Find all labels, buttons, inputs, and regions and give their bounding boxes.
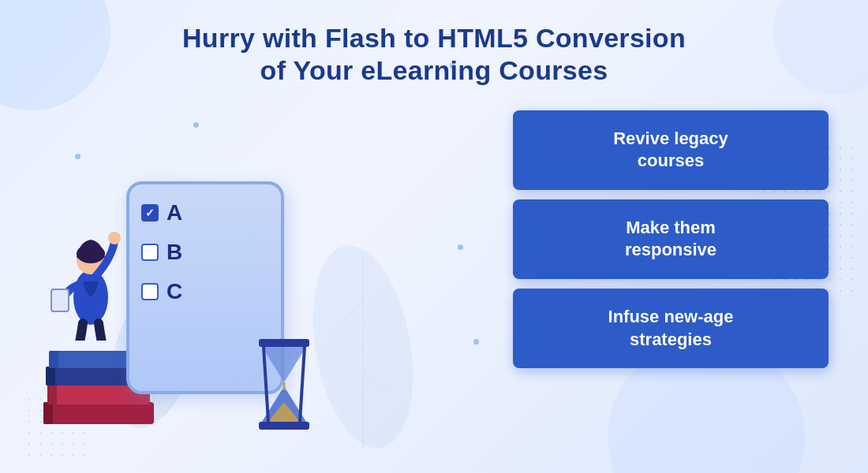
svg-rect-12 xyxy=(43,402,154,424)
quiz-label-b: B xyxy=(166,240,182,265)
main-content: A B C xyxy=(0,102,868,457)
feature-label-revive: Revive legacycourses xyxy=(613,128,728,173)
svg-rect-20 xyxy=(259,339,309,347)
quiz-label-a: A xyxy=(166,200,182,225)
features-panel: Revive legacycourses Make themresponsive… xyxy=(481,102,844,369)
svg-rect-15 xyxy=(47,384,57,404)
svg-line-23 xyxy=(264,347,268,422)
svg-line-24 xyxy=(300,347,305,422)
person-figure xyxy=(47,167,134,341)
quiz-item-a: A xyxy=(141,200,269,225)
checkbox-a xyxy=(141,204,159,222)
feature-box-responsive: Make themresponsive xyxy=(513,199,829,279)
quiz-item-c: C xyxy=(141,279,269,304)
checkbox-c xyxy=(141,283,159,300)
feature-box-strategies: Infuse new-agestrategies xyxy=(513,289,829,368)
page-title: Hurry with Flash to HTML5 Conversion of … xyxy=(63,22,805,87)
svg-point-28 xyxy=(108,232,121,244)
svg-rect-13 xyxy=(43,402,53,424)
illustration-area: A B C xyxy=(24,102,481,457)
page-header: Hurry with Flash to HTML5 Conversion of … xyxy=(0,0,868,102)
quiz-label-c: C xyxy=(166,279,182,304)
svg-rect-21 xyxy=(259,422,309,430)
svg-point-27 xyxy=(77,244,105,263)
hourglass xyxy=(253,339,316,430)
feature-label-responsive: Make themresponsive xyxy=(625,217,716,262)
svg-rect-29 xyxy=(51,289,69,311)
checkbox-b xyxy=(141,244,159,261)
feature-label-strategies: Infuse new-agestrategies xyxy=(608,306,734,351)
page-container: Hurry with Flash to HTML5 Conversion of … xyxy=(0,0,868,473)
feature-box-revive: Revive legacycourses xyxy=(513,110,829,190)
svg-rect-19 xyxy=(49,351,58,368)
svg-rect-17 xyxy=(46,367,55,385)
quiz-item-b: B xyxy=(141,240,269,265)
